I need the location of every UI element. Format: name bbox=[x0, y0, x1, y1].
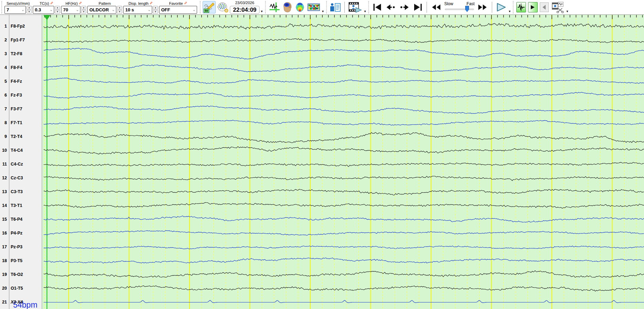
maps-dropdown-icon[interactable]: ▾ bbox=[322, 10, 324, 13]
trace-cursor-button[interactable] bbox=[268, 1, 281, 13]
channel-row[interactable]: 2Fp1-F7 bbox=[0, 37, 42, 43]
param-combobox[interactable]: 70⌄ bbox=[61, 6, 80, 14]
param-value: 70 bbox=[63, 7, 75, 12]
channel-row[interactable]: 18P3-T5 bbox=[0, 258, 42, 264]
datetime-dropdown-icon[interactable]: ▾ bbox=[261, 10, 263, 13]
spinner-down-button[interactable]: ▼ bbox=[27, 10, 32, 14]
param-combobox[interactable]: 10 s⌄ bbox=[123, 6, 152, 14]
channel-row[interactable]: 7F3-F7 bbox=[0, 106, 42, 112]
step-back-button[interactable] bbox=[384, 1, 397, 13]
pencil-icon[interactable]: ✎ bbox=[149, 1, 153, 6]
spinner-down-button[interactable]: ▼ bbox=[81, 10, 86, 14]
speed-slider-thumb[interactable] bbox=[465, 6, 469, 12]
channel-row[interactable]: 15T6-P4 bbox=[0, 216, 42, 222]
channel-row[interactable]: 12Cz-C3 bbox=[0, 175, 42, 181]
param-label: Sens(uV/mm) bbox=[7, 1, 30, 6]
param-spinner: ▲▼ bbox=[55, 6, 60, 14]
channel-row[interactable]: 16P4-Pz bbox=[0, 230, 42, 236]
eeg-review-application: Sens(uV/mm)7⌄▲▼TC(s)✎0.3⌄▲▼HF(Hz)✎70⌄▲▼P… bbox=[0, 0, 644, 309]
chevron-down-icon: ⌄ bbox=[50, 8, 53, 12]
speed-slider-track[interactable] bbox=[445, 9, 474, 10]
channel-row[interactable]: 9T2-T4 bbox=[0, 133, 42, 140]
channel-row[interactable]: 14T3-T1 bbox=[0, 202, 42, 209]
channel-row[interactable]: 10T4-C4 bbox=[0, 147, 42, 153]
channel-row[interactable]: 21X3-X4 bbox=[0, 299, 42, 305]
channel-row[interactable]: 6Fz-F3 bbox=[0, 92, 42, 98]
spinner-up-button[interactable]: ▲ bbox=[153, 6, 158, 10]
time-display[interactable]: 22:04:09 bbox=[230, 6, 260, 14]
param-spinner: ▲▼ bbox=[27, 6, 32, 14]
head-3d-map-button[interactable] bbox=[282, 1, 293, 13]
spinner-up-button[interactable]: ▲ bbox=[27, 6, 32, 10]
play-button[interactable] bbox=[495, 1, 508, 13]
clip-dropdown-icon[interactable]: ▾ bbox=[566, 10, 568, 13]
step-forward-button[interactable] bbox=[398, 1, 411, 13]
play-dropdown-icon[interactable]: ▾ bbox=[509, 10, 510, 13]
param-combobox[interactable]: 0.3⌄ bbox=[33, 6, 54, 14]
separator bbox=[492, 2, 492, 13]
channel-number: 10 bbox=[0, 148, 7, 153]
chevron-down-icon: ⌄ bbox=[112, 8, 115, 12]
notch-50hz-filter-button[interactable]: 50 bbox=[203, 1, 216, 13]
channel-number: 15 bbox=[0, 217, 7, 222]
channel-name: Cz-C3 bbox=[11, 176, 23, 180]
rewind-icon bbox=[430, 2, 442, 12]
toolbar-grip[interactable] bbox=[1, 1, 3, 13]
clip-video-button[interactable] bbox=[550, 1, 565, 13]
param-group-favorite: Favorite✎OFF⌄ bbox=[159, 1, 197, 14]
notch-frequency-badge: 50 bbox=[204, 9, 209, 13]
previous-segment-button[interactable] bbox=[540, 2, 549, 12]
video-dropdown-icon[interactable]: ▾ bbox=[364, 10, 366, 13]
chevron-down-icon: ⌄ bbox=[21, 8, 25, 12]
live-trace-button[interactable] bbox=[516, 2, 526, 12]
auto-scroll-button[interactable] bbox=[528, 2, 538, 12]
channel-number: 11 bbox=[0, 162, 7, 167]
param-combobox[interactable]: 7⌄ bbox=[4, 6, 26, 14]
fast-forward-button[interactable] bbox=[476, 1, 489, 13]
spectrogram-button[interactable] bbox=[306, 1, 321, 13]
channel-row[interactable]: 3T2-F8 bbox=[0, 51, 42, 57]
channel-row[interactable]: 13C3-T3 bbox=[0, 189, 42, 195]
rewind-button[interactable] bbox=[429, 1, 443, 13]
spinner-up-button[interactable]: ▲ bbox=[81, 6, 86, 10]
spinner-up-button[interactable]: ▲ bbox=[117, 6, 122, 10]
spectrogram-icon bbox=[308, 3, 320, 11]
pencil-icon[interactable]: ✎ bbox=[184, 1, 187, 6]
channel-row[interactable]: 5F4-Fz bbox=[0, 78, 42, 84]
channel-row[interactable]: 20O1-T5 bbox=[0, 285, 42, 291]
eeg-trace-canvas[interactable] bbox=[42, 15, 644, 309]
separator bbox=[344, 2, 345, 13]
spinner-down-button[interactable]: ▼ bbox=[153, 10, 158, 14]
chevron-down-icon: ⌄ bbox=[193, 8, 196, 12]
channel-number: 1 bbox=[0, 24, 7, 29]
spinner-up-button[interactable]: ▲ bbox=[55, 6, 60, 10]
param-combobox[interactable]: OFF⌄ bbox=[159, 6, 197, 14]
pencil-icon[interactable]: ✎ bbox=[79, 1, 82, 6]
channel-name: C3-T3 bbox=[11, 189, 23, 194]
channel-label-panel: 54bpm 1F8-Fp22Fp1-F73T2-F84F8-F45F4-Fz6F… bbox=[0, 15, 42, 309]
electrode-map-settings-button[interactable]: ⚙ bbox=[216, 1, 229, 13]
channel-row[interactable]: 8F7-T1 bbox=[0, 120, 42, 126]
channel-row[interactable]: 11C4-Cz bbox=[0, 161, 42, 167]
param-combobox[interactable]: OLDCOR⌄ bbox=[87, 6, 116, 14]
channel-row[interactable]: 4F8-F4 bbox=[0, 64, 42, 71]
skip-end-icon bbox=[413, 2, 423, 12]
channel-row[interactable]: 19T6-O2 bbox=[0, 271, 42, 278]
chevron-down-icon: ⌄ bbox=[76, 8, 79, 12]
spinner-down-button[interactable]: ▼ bbox=[117, 10, 122, 14]
param-value: OFF bbox=[161, 7, 192, 12]
channel-row[interactable]: 17Pz-P3 bbox=[0, 244, 42, 250]
channel-row[interactable]: 1F8-Fp2 bbox=[0, 23, 42, 29]
separator bbox=[265, 1, 266, 13]
channel-number: 6 bbox=[0, 93, 7, 98]
skip-to-end-button[interactable] bbox=[412, 1, 424, 13]
topographic-map-button[interactable] bbox=[294, 1, 306, 13]
video-playback-button[interactable] bbox=[347, 1, 363, 13]
spinner-down-button[interactable]: ▼ bbox=[55, 10, 60, 14]
datetime-display: 23/03/2026 22:04:09 bbox=[230, 1, 260, 14]
channel-name: F4-Fz bbox=[11, 79, 22, 84]
speed-slider[interactable]: Slow Fast bbox=[444, 1, 475, 13]
pencil-icon[interactable]: ✎ bbox=[50, 1, 53, 6]
patient-info-button[interactable] bbox=[329, 1, 342, 13]
skip-to-start-button[interactable] bbox=[371, 1, 383, 13]
